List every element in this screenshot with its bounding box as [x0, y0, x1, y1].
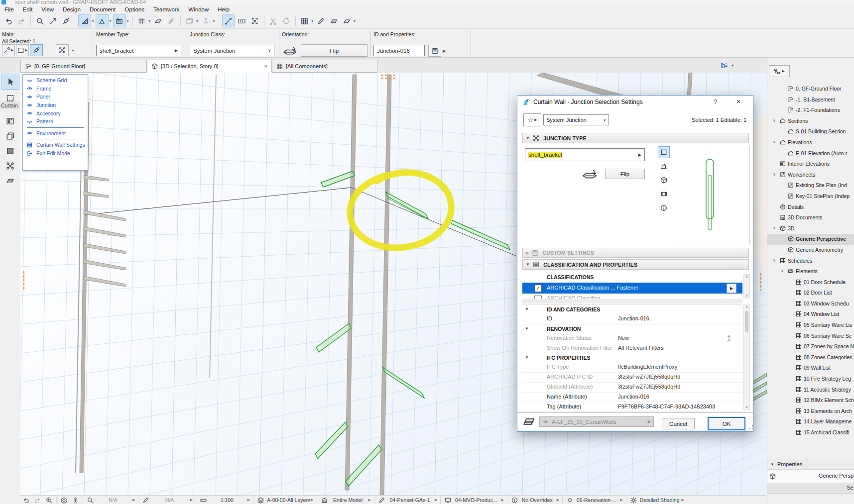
- model-filter-control[interactable]: Entire Model▶: [319, 496, 372, 504]
- zoom-box-control[interactable]: N/A▶: [85, 496, 136, 504]
- tree-item-generic-axonometry[interactable]: Generic Axonometry: [767, 245, 854, 256]
- dialog-title-bar[interactable]: Curtain Wall - Junction Selection Settin…: [517, 96, 753, 108]
- schedule-pen-button[interactable]: [299, 15, 311, 27]
- status-caret[interactable]: ▶: [501, 498, 503, 502]
- undo-button[interactable]: [2, 15, 14, 27]
- ok-button[interactable]: OK: [708, 417, 745, 430]
- inject-button[interactable]: [30, 44, 43, 56]
- eyedropper-button[interactable]: [47, 15, 59, 27]
- tree-item-09-wall-list[interactable]: 09 Wall List: [767, 363, 854, 374]
- tree-item-schedules[interactable]: ∨Schedules: [767, 256, 854, 267]
- classifications-scrollbar[interactable]: ∧∨: [743, 274, 750, 299]
- tree-item-08-zones-categories[interactable]: 08 Zones Categories: [767, 352, 854, 363]
- classification-properties-header[interactable]: ▼ CLASSIFICATION AND PROPERTIES: [522, 259, 749, 270]
- zoom-in-control[interactable]: [43, 496, 55, 504]
- layerstack-button[interactable]: [328, 15, 340, 27]
- custom-settings-header[interactable]: ▶ CUSTOM SETTINGS: [522, 248, 749, 258]
- tree-item-3d-documents[interactable]: 3D Documents: [767, 212, 854, 223]
- tab-2[interactable]: [3D / Selection, Story 0]×: [147, 60, 272, 73]
- tree-item-07-zones-by-space-n[interactable]: 07 Zones by Space N: [767, 341, 854, 352]
- tree-item-existing-site-plan-ind[interactable]: Existing Site Plan (Ind: [767, 180, 854, 191]
- dropdown-caret[interactable]: ▼: [91, 19, 95, 23]
- arrow-tool[interactable]: [1, 74, 19, 90]
- set-square-button[interactable]: [78, 14, 91, 27]
- property-value[interactable]: Junction-016: [618, 394, 649, 400]
- palette-item-environment[interactable]: Environment: [23, 129, 88, 138]
- tree-item-11-acoustic-strategy[interactable]: 11 Acoustic Strategy: [767, 385, 854, 396]
- pickup-parameters-button[interactable]: [60, 15, 72, 27]
- tree-item-details[interactable]: Details: [767, 202, 854, 213]
- elevation-view-button[interactable]: [658, 160, 670, 172]
- freehand-button[interactable]: [165, 15, 177, 27]
- section-film-button[interactable]: [658, 188, 670, 200]
- info-button[interactable]: [658, 202, 670, 214]
- penset-control[interactable]: 04-Penset-GAs-1▶: [376, 496, 439, 504]
- classification-more-button[interactable]: ▶: [727, 284, 736, 293]
- navigator-chooser-button[interactable]: ▶: [769, 65, 790, 77]
- palette-item-scheme-grid[interactable]: Scheme Grid: [23, 76, 88, 85]
- plan-view-button[interactable]: [658, 146, 670, 158]
- properties-header[interactable]: ▼Properties: [767, 459, 854, 470]
- menu-view[interactable]: View: [37, 6, 58, 13]
- tab-1[interactable]: [0. GF-Ground Floor]: [20, 60, 147, 73]
- element-id-field[interactable]: Junction-016: [373, 45, 425, 56]
- tree-item-06-sanitary-ware-sc[interactable]: 06 Sanitary Ware Sc: [767, 331, 854, 342]
- display-options-control[interactable]: 04-MVO-Produc...▶: [442, 496, 505, 504]
- group-header-id-and-categories[interactable]: ▼ID AND CATEGORIES: [522, 304, 742, 314]
- tree-chevron-icon[interactable]: ∨: [781, 269, 784, 273]
- renovation-control[interactable]: 06-Renovation-...▶: [564, 496, 624, 504]
- layers-control[interactable]: A-00-00-All Layers▶: [255, 496, 315, 504]
- plane-button[interactable]: [341, 15, 353, 27]
- zoom-select-button[interactable]: [34, 15, 46, 27]
- tree-item-sections[interactable]: ∨Sections: [767, 116, 854, 127]
- property-value[interactable]: 3fzsIsFwZ7JfEj558q0qHd: [618, 374, 680, 380]
- property-value[interactable]: 3fzsIsFwZ7JfEj558q0qHd: [618, 384, 680, 390]
- tree-chevron-icon[interactable]: ∨: [773, 118, 776, 123]
- tree-item-interior-elevations[interactable]: Interior Elevations: [767, 159, 854, 170]
- dialog-flip-button[interactable]: Flip: [605, 169, 645, 179]
- pen-na-control[interactable]: N/A▶: [140, 496, 194, 504]
- tree-item-03-window-schedu[interactable]: 03 Window Schedu: [767, 299, 854, 309]
- dropdown-caret[interactable]: ▼: [196, 19, 199, 23]
- tree-item-14-layer-manageme[interactable]: 14 Layer Manageme: [767, 416, 854, 427]
- editing-plane-button[interactable]: [152, 15, 164, 27]
- status-caret[interactable]: ▶: [682, 498, 684, 502]
- quick-options-caret[interactable]: ▼: [731, 64, 734, 67]
- close-icon[interactable]: ×: [736, 98, 740, 105]
- tree-item-10-fire-strategy-leg[interactable]: 10 Fire Strategy Leg: [767, 374, 854, 385]
- tree-chevron-icon[interactable]: ∨: [773, 258, 776, 263]
- accessory-tool[interactable]: [1, 173, 18, 188]
- tree-item-01-door-schedule[interactable]: 01 Door Schedule: [767, 277, 854, 288]
- tree-item-02-door-list[interactable]: 02 Door List: [767, 288, 854, 299]
- tree-chevron-icon[interactable]: ∨: [773, 226, 776, 230]
- menu-teamwork[interactable]: Teamwork: [149, 6, 184, 13]
- palette-item-panel[interactable]: Panel: [23, 93, 88, 101]
- dimension-button[interactable]: [236, 15, 248, 27]
- redo-view-control[interactable]: [32, 496, 43, 504]
- palette-item-curtain-wall-settings[interactable]: Curtain Wall Settings: [23, 141, 88, 149]
- pickup-mode-button[interactable]: ▶: [2, 44, 15, 56]
- tree-item-worksheets[interactable]: ∨Worksheets: [767, 170, 854, 181]
- status-caret[interactable]: ▶: [620, 498, 622, 502]
- split-button[interactable]: [267, 15, 279, 27]
- status-caret[interactable]: ▶: [557, 498, 559, 502]
- favorites-star-button[interactable]: ☆▶: [523, 113, 541, 126]
- status-caret[interactable]: ▶: [435, 498, 437, 502]
- redo-button[interactable]: [15, 15, 27, 27]
- tree-item-05-sanitary-ware-lis[interactable]: 05 Sanitary Ware Lis: [767, 320, 854, 331]
- shading-control[interactable]: Detailed Shading▶: [628, 496, 686, 504]
- frame-tool[interactable]: [1, 128, 18, 143]
- walk-control[interactable]: [70, 496, 81, 504]
- gravity-button[interactable]: [200, 15, 212, 27]
- brush-button[interactable]: [315, 15, 327, 27]
- override-control[interactable]: No Overrides▶: [509, 496, 561, 504]
- tree-item-0-gf-ground-floor[interactable]: 0. GF-Ground Floor: [767, 84, 854, 95]
- tree-item-13-elements-on-arch[interactable]: 13 Elements on Arch: [767, 406, 854, 417]
- menu-edit[interactable]: Edit: [18, 6, 37, 13]
- tree-item-e-01-elevation-auto-r[interactable]: E-01 Elevation (Auto-r: [767, 148, 854, 159]
- quick-options-icon[interactable]: [720, 62, 729, 69]
- palette-item-junction[interactable]: Junction: [23, 101, 88, 109]
- menu-document[interactable]: Document: [85, 6, 120, 13]
- cancel-button[interactable]: Cancel: [662, 418, 695, 429]
- property-value[interactable]: IfcBuildingElementProxy: [618, 364, 677, 370]
